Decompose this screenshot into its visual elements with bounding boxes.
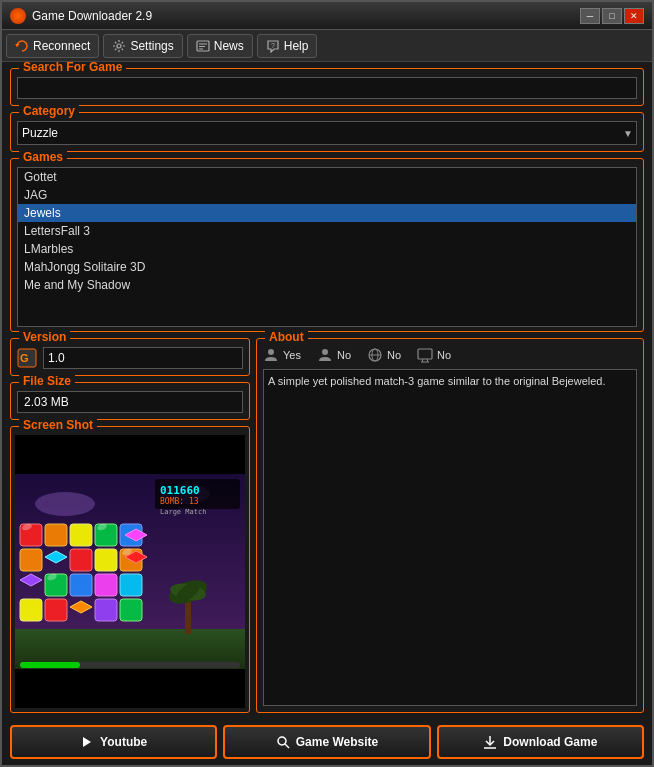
game-website-button[interactable]: Game Website <box>223 725 430 759</box>
about-icon-no2: No <box>387 349 401 361</box>
screenshot-group: Screen Shot <box>10 426 250 713</box>
news-menu-item[interactable]: News <box>187 34 253 58</box>
person2-icon <box>317 347 333 363</box>
download-game-button[interactable]: Download Game <box>437 725 644 759</box>
svg-rect-39 <box>120 574 142 596</box>
search-legend: Search For Game <box>19 62 126 74</box>
search-input[interactable] <box>17 77 637 99</box>
person-icon <box>263 347 279 363</box>
about-icons-row: Yes No <box>263 347 637 363</box>
version-legend: Version <box>19 330 70 344</box>
play-icon <box>80 735 94 749</box>
svg-text:011660: 011660 <box>160 484 200 497</box>
svg-text:?: ? <box>271 41 275 48</box>
svg-marker-58 <box>83 737 91 747</box>
svg-point-49 <box>268 349 274 355</box>
list-item[interactable]: MahJongg Solitaire 3D <box>18 258 636 276</box>
svg-rect-41 <box>45 599 67 621</box>
window-title: Game Downloader 2.9 <box>32 9 580 23</box>
help-menu-item[interactable]: ? Help <box>257 34 318 58</box>
svg-rect-25 <box>70 524 92 546</box>
right-panel: About Yes <box>256 338 644 713</box>
category-select-wrapper: Puzzle Action Adventure Arcade Racing Sp… <box>17 121 637 145</box>
games-list[interactable]: Gottet JAG Jewels LettersFall 3 LMarbles… <box>17 167 637 327</box>
help-icon: ? <box>266 39 280 53</box>
list-item[interactable]: Gottet <box>18 168 636 186</box>
settings-menu-item[interactable]: Settings <box>103 34 182 58</box>
svg-point-59 <box>278 737 286 745</box>
news-icon <box>196 39 210 53</box>
svg-rect-44 <box>120 599 142 621</box>
category-legend: Category <box>19 104 79 118</box>
svg-rect-37 <box>70 574 92 596</box>
svg-rect-24 <box>45 524 67 546</box>
filesize-group: File Size <box>10 382 250 420</box>
menu-bar: Reconnect Settings News ? Help <box>2 30 652 62</box>
title-bar: Game Downloader 2.9 ─ □ ✕ <box>2 2 652 30</box>
games-legend: Games <box>19 150 67 164</box>
bottom-buttons: Youtube Game Website Download Game <box>2 719 652 765</box>
filesize-legend: File Size <box>19 374 75 388</box>
svg-point-50 <box>322 349 328 355</box>
svg-rect-29 <box>20 549 42 571</box>
filesize-input[interactable] <box>17 391 243 413</box>
search-group: Search For Game <box>10 68 644 106</box>
svg-point-0 <box>117 44 121 48</box>
svg-rect-32 <box>95 549 117 571</box>
about-icon-person2: No <box>317 347 351 363</box>
minimize-button[interactable]: ─ <box>580 8 600 24</box>
category-select[interactable]: Puzzle Action Adventure Arcade Racing Sp… <box>17 121 637 145</box>
category-group: Category Puzzle Action Adventure Arcade … <box>10 112 644 152</box>
monitor-icon <box>417 347 433 363</box>
list-item[interactable]: LettersFall 3 <box>18 222 636 240</box>
svg-rect-40 <box>20 599 42 621</box>
version-content: G <box>17 347 243 369</box>
download-game-label: Download Game <box>503 735 597 749</box>
maximize-button[interactable]: □ <box>602 8 622 24</box>
svg-text:BOMB: 13: BOMB: 13 <box>160 497 199 506</box>
about-legend: About <box>265 330 308 344</box>
version-icon: G <box>17 348 37 368</box>
version-input[interactable] <box>43 347 243 369</box>
reconnect-menu-item[interactable]: Reconnect <box>6 34 99 58</box>
list-item[interactable]: JAG <box>18 186 636 204</box>
reconnect-icon <box>15 39 29 53</box>
about-icon-monitor: No <box>417 347 451 363</box>
left-panel: Version G File Size Scr <box>10 338 250 713</box>
app-icon <box>10 8 26 24</box>
about-icon-no3: No <box>437 349 451 361</box>
about-group: About Yes <box>256 338 644 713</box>
games-group: Games Gottet JAG Jewels LettersFall 3 LM… <box>10 158 644 332</box>
about-icon-yes: Yes <box>283 349 301 361</box>
screenshot-svg: 011660 BOMB: 13 Large Match <box>15 435 245 708</box>
window-controls: ─ □ ✕ <box>580 8 644 24</box>
svg-rect-38 <box>95 574 117 596</box>
version-group: Version G <box>10 338 250 376</box>
close-button[interactable]: ✕ <box>624 8 644 24</box>
svg-line-60 <box>285 744 289 748</box>
game-website-label: Game Website <box>296 735 378 749</box>
screenshot-canvas: 011660 BOMB: 13 Large Match <box>15 435 245 708</box>
youtube-button[interactable]: Youtube <box>10 725 217 759</box>
svg-text:Large Match: Large Match <box>160 508 206 516</box>
list-item[interactable]: LMarbles <box>18 240 636 258</box>
list-item[interactable]: Me and My Shadow <box>18 276 636 294</box>
about-icon-globe: No <box>367 347 401 363</box>
svg-rect-31 <box>70 549 92 571</box>
svg-text:G: G <box>20 352 29 364</box>
about-icon-no1: No <box>337 349 351 361</box>
list-item[interactable]: Jewels <box>18 204 636 222</box>
settings-icon <box>112 39 126 53</box>
about-icon-person1: Yes <box>263 347 301 363</box>
about-description: A simple yet polished match-3 game simil… <box>263 369 637 706</box>
svg-rect-22 <box>20 662 80 668</box>
screenshot-legend: Screen Shot <box>19 418 97 432</box>
youtube-label: Youtube <box>100 735 147 749</box>
svg-rect-43 <box>95 599 117 621</box>
app-window: Game Downloader 2.9 ─ □ ✕ Reconnect Sett… <box>0 0 654 767</box>
svg-point-11 <box>35 492 95 516</box>
svg-rect-54 <box>418 349 432 359</box>
bottom-panels: Version G File Size Scr <box>10 338 644 713</box>
main-content: Search For Game Category Puzzle Action A… <box>2 62 652 719</box>
search-icon <box>276 735 290 749</box>
